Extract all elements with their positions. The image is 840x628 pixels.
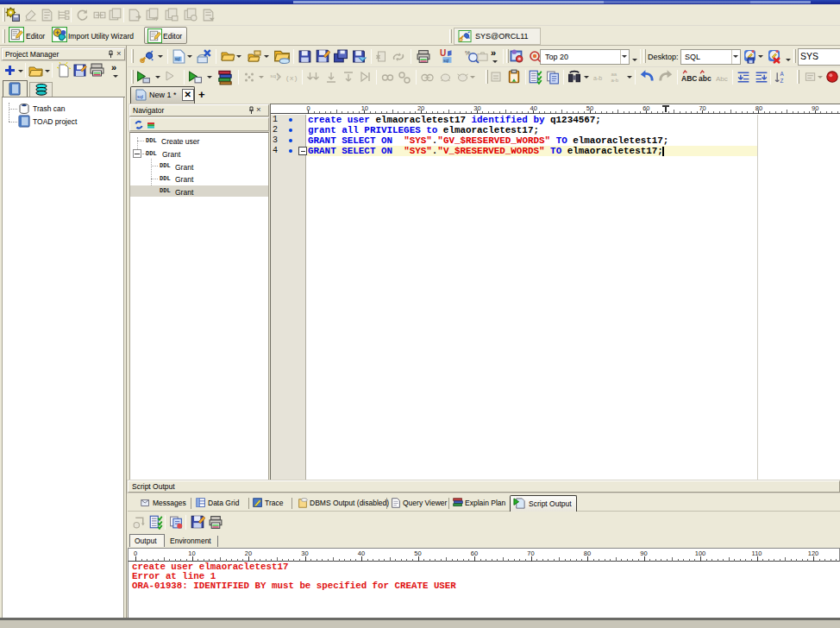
svg-text:(x): (x): [285, 74, 298, 82]
svg-text:sql: sql: [137, 94, 143, 99]
svg-text:Abc: Abc: [716, 75, 728, 83]
svg-text:ABC: ABC: [681, 74, 697, 83]
svg-text:sql: sql: [443, 58, 448, 63]
svg-text:sql: sql: [175, 57, 180, 61]
svg-text:abc: abc: [699, 74, 711, 83]
svg-text:aa: aa: [611, 72, 617, 77]
svg-text:a-b: a-b: [611, 78, 619, 83]
svg-text:Z: Z: [780, 78, 783, 84]
svg-text:a-b: a-b: [593, 75, 602, 81]
svg-text:A: A: [780, 71, 784, 77]
svg-text:U: U: [440, 48, 446, 58]
